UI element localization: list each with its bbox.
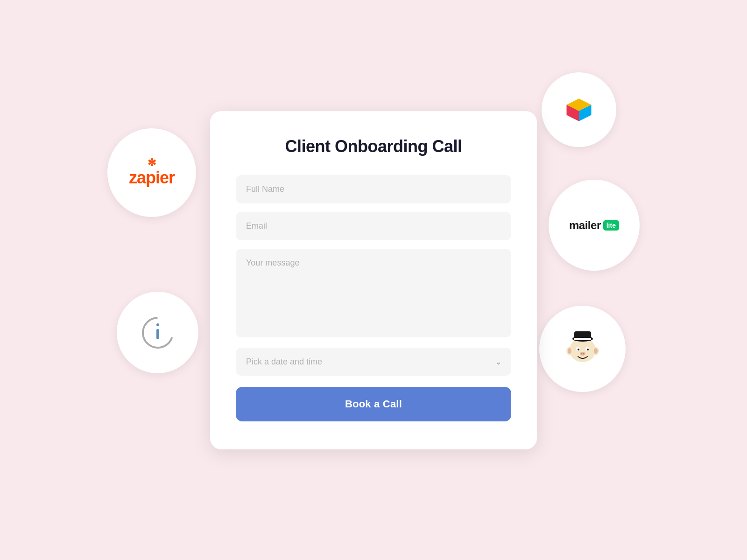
svg-rect-2 xyxy=(156,329,159,339)
zapier-asterisk-icon: ✻ xyxy=(148,158,156,168)
glide-icon xyxy=(558,92,600,127)
svg-point-13 xyxy=(587,349,589,350)
main-card: Client Onboarding Call Pick a date and t… xyxy=(210,111,537,449)
svg-point-16 xyxy=(583,353,584,354)
date-select-wrapper: Pick a date and time ⌄ xyxy=(236,348,511,376)
zapier-logo: ✻ zapier xyxy=(129,158,175,188)
mailerlite-logo: mailer lite xyxy=(569,219,619,232)
svg-point-14 xyxy=(580,352,585,356)
date-time-select[interactable]: Pick a date and time xyxy=(236,348,511,376)
book-call-button[interactable]: Book a Call xyxy=(236,387,511,421)
svg-point-12 xyxy=(578,349,579,350)
mailchimp-icon xyxy=(559,326,606,372)
glide-logo-circle xyxy=(542,72,616,147)
icontact-logo-circle xyxy=(117,292,198,373)
card-title: Client Onboarding Call xyxy=(236,137,511,156)
zapier-text: zapier xyxy=(129,168,175,188)
page-wrapper: ✻ zapier mailer lite xyxy=(93,35,654,525)
mailchimp-logo-circle xyxy=(539,306,626,392)
svg-point-20 xyxy=(594,348,598,354)
message-textarea[interactable] xyxy=(236,249,511,337)
email-input[interactable] xyxy=(236,212,511,240)
mailerlite-logo-circle: mailer lite xyxy=(549,180,640,271)
zapier-logo-circle: ✻ zapier xyxy=(107,128,196,217)
icontact-icon xyxy=(139,314,176,351)
full-name-input[interactable] xyxy=(236,175,511,203)
svg-rect-1 xyxy=(156,323,159,326)
svg-point-15 xyxy=(581,353,582,354)
svg-rect-9 xyxy=(574,338,591,340)
mailerlite-badge: lite xyxy=(603,220,619,231)
mailerlite-text: mailer xyxy=(569,219,601,232)
svg-point-18 xyxy=(568,348,571,354)
